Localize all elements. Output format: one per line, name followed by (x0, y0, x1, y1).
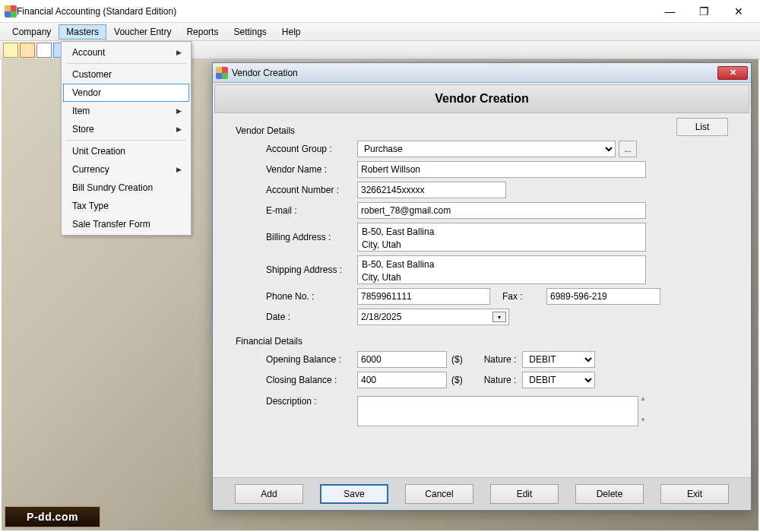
fax-input[interactable] (546, 288, 660, 305)
currency-suffix: ($) (451, 375, 463, 385)
masters-dropdown: Account▶ Customer Vendor Item▶ Store▶ Un… (61, 41, 192, 236)
dropdown-vendor[interactable]: Vendor (63, 84, 189, 102)
account-number-input[interactable] (357, 182, 506, 198)
toolbar-grid-icon[interactable] (36, 43, 52, 58)
label-opening-nature: Nature : (484, 354, 517, 365)
account-group-browse-button[interactable]: ... (619, 141, 637, 157)
watermark-logo: P-dd.com (5, 506, 100, 527)
email-input[interactable] (357, 202, 646, 219)
label-billing-address: Billing Address : (236, 232, 357, 242)
dialog-header: Vendor Creation (214, 84, 749, 113)
dialog-button-bar: Add Save Cancel Edit Delete Exit (213, 477, 751, 510)
edit-button[interactable]: Edit (490, 484, 559, 504)
dialog-close-button[interactable]: ✕ (717, 66, 748, 80)
dialog-icon (216, 67, 228, 79)
section-financial-details: Financial Details (236, 336, 728, 347)
menubar: Company Masters Voucher Entry Reports Se… (0, 23, 760, 41)
dialog-body: List Vendor Details Account Group : Purc… (213, 115, 751, 426)
opening-nature-select[interactable]: DEBIT (522, 351, 595, 368)
shipping-address-input[interactable]: B-50, East Ballina City, Utah (357, 255, 646, 284)
opening-balance-input[interactable] (357, 351, 447, 368)
closing-nature-select[interactable]: DEBIT (522, 372, 595, 388)
dropdown-sale-transfer[interactable]: Sale Transfer Form (63, 215, 189, 233)
account-group-select[interactable]: Purchase (357, 141, 616, 157)
window-controls: — ❐ ✕ (653, 1, 755, 22)
label-account-group: Account Group : (236, 144, 357, 154)
description-scrollbar[interactable]: ▲▼ (640, 396, 646, 423)
description-input[interactable] (357, 396, 638, 426)
label-closing-nature: Nature : (484, 375, 517, 385)
dialog-title: Vendor Creation (232, 68, 717, 78)
closing-balance-input[interactable] (357, 372, 447, 388)
label-description: Description : (236, 396, 357, 407)
vendor-name-input[interactable] (357, 161, 646, 178)
dropdown-separator (66, 63, 186, 64)
maximize-button[interactable]: ❐ (687, 1, 721, 22)
window-titlebar: Financial Accounting (Standard Edition) … (0, 0, 760, 23)
dropdown-currency[interactable]: Currency▶ (63, 160, 189, 179)
vendor-creation-dialog: Vendor Creation ✕ Vendor Creation List V… (212, 62, 752, 511)
phone-input[interactable] (357, 288, 490, 305)
chevron-right-icon: ▶ (176, 107, 182, 115)
dialog-titlebar: Vendor Creation ✕ (213, 63, 751, 83)
label-opening-balance: Opening Balance : (236, 354, 357, 365)
list-button[interactable]: List (676, 118, 728, 136)
dropdown-customer[interactable]: Customer (63, 65, 189, 84)
menu-help[interactable]: Help (274, 24, 309, 40)
section-vendor-details: Vendor Details (236, 125, 728, 136)
delete-button[interactable]: Delete (575, 484, 644, 504)
dropdown-tax-type[interactable]: Tax Type (63, 197, 189, 215)
label-closing-balance: Closing Balance : (236, 375, 357, 385)
label-shipping-address: Shipping Address : (236, 264, 357, 275)
label-vendor-name: Vendor Name : (236, 164, 357, 175)
chevron-right-icon: ▶ (176, 125, 182, 133)
label-account-number: Account Number : (236, 185, 357, 195)
minimize-button[interactable]: — (653, 1, 687, 22)
close-button[interactable]: ✕ (721, 1, 755, 22)
label-phone: Phone No. : (236, 291, 357, 302)
cancel-button[interactable]: Cancel (405, 484, 473, 504)
toolbar-edit-icon[interactable] (20, 43, 35, 58)
chevron-right-icon: ▶ (176, 49, 182, 56)
date-input[interactable] (357, 309, 509, 325)
currency-suffix: ($) (451, 354, 463, 365)
menu-reports[interactable]: Reports (179, 24, 226, 40)
label-date: Date : (236, 312, 357, 322)
label-email: E-mail : (236, 205, 357, 216)
label-fax: Fax : (502, 291, 540, 302)
dropdown-unit-creation[interactable]: Unit Creation (63, 142, 189, 160)
billing-address-input[interactable]: B-50, East Ballina City, Utah (357, 223, 646, 252)
add-button[interactable]: Add (235, 484, 303, 504)
menu-voucher-entry[interactable]: Voucher Entry (106, 24, 179, 40)
toolbar-new-icon[interactable] (3, 43, 18, 58)
calendar-dropdown-icon[interactable]: ▾ (492, 312, 506, 322)
menu-masters[interactable]: Masters (59, 24, 106, 40)
dropdown-item[interactable]: Item▶ (63, 102, 189, 120)
save-button[interactable]: Save (320, 484, 388, 504)
exit-button[interactable]: Exit (660, 484, 729, 504)
app-icon (5, 5, 17, 17)
dropdown-store[interactable]: Store▶ (63, 120, 189, 138)
dropdown-separator (66, 140, 186, 141)
menu-company[interactable]: Company (5, 24, 59, 40)
menu-settings[interactable]: Settings (226, 24, 274, 40)
dropdown-bill-sundry[interactable]: Bill Sundry Creation (63, 179, 189, 197)
window-title: Financial Accounting (Standard Edition) (17, 6, 653, 17)
dropdown-account[interactable]: Account▶ (63, 43, 189, 62)
chevron-right-icon: ▶ (176, 166, 182, 173)
